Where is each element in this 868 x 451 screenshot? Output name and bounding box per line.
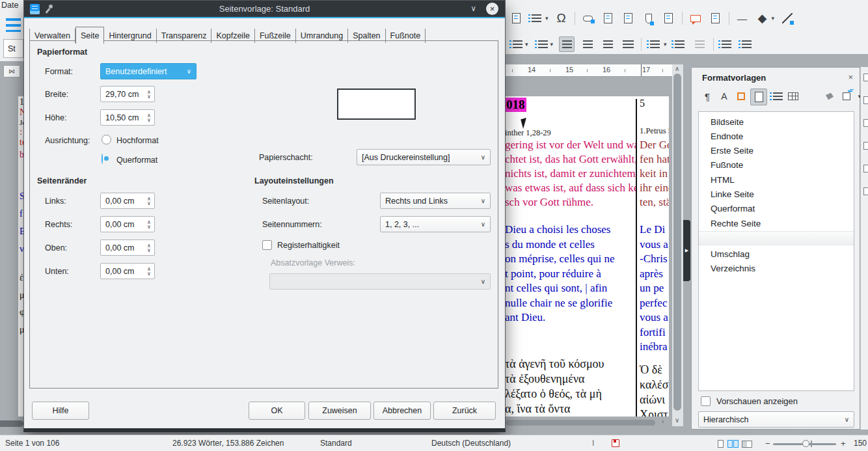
vertical-scrollbar-thumb[interactable]: [673, 74, 681, 411]
bullet-list-icon[interactable]: [509, 37, 523, 51]
fill-format-mode-icon[interactable]: [822, 89, 837, 104]
tab-spalten[interactable]: Spalten: [348, 29, 385, 43]
style-item[interactable]: Umschlag: [699, 247, 854, 262]
insert-endnote-icon[interactable]: [621, 11, 636, 25]
freeform-line-icon[interactable]: [780, 11, 794, 25]
align-center-icon[interactable]: [580, 37, 595, 51]
document-page[interactable]: 018 inther 1,28-29 gering ist vor der We…: [504, 96, 669, 417]
margin-top-spinner[interactable]: 0,00 cm ∧∨: [100, 239, 155, 256]
table-styles-icon[interactable]: [785, 89, 801, 104]
width-spinner[interactable]: 29,70 cm ∧∨: [100, 86, 155, 102]
margin-bottom-spinner[interactable]: 0,00 cm ∧∨: [100, 263, 155, 279]
zoom-percentage[interactable]: 150: [854, 439, 867, 448]
statusbar-word-count[interactable]: 26.923 Wörter, 153.886 Zeichen: [172, 439, 284, 448]
frame-styles-icon[interactable]: [733, 89, 749, 104]
close-icon[interactable]: ×: [848, 72, 853, 82]
spinner-arrows[interactable]: ∧∨: [144, 90, 154, 99]
scroll-down-icon[interactable]: ∨: [675, 417, 679, 424]
page-styles-icon[interactable]: [750, 89, 767, 105]
insert-section-icon[interactable]: [529, 11, 543, 25]
height-spinner[interactable]: 10,50 cm ∧∨: [100, 109, 155, 126]
insert-hyperlink-icon[interactable]: [581, 11, 595, 25]
pin-icon[interactable]: [46, 5, 54, 13]
align-left-icon[interactable]: [559, 36, 575, 52]
sidebar-deck-icon[interactable]: [863, 119, 868, 127]
style-filter-dropdown[interactable]: Hierarchisch ∨: [698, 411, 854, 428]
help-button[interactable]: Hilfe: [32, 402, 89, 420]
insert-crossreference-icon[interactable]: [662, 11, 676, 25]
numbered-list-dropdown-icon[interactable]: ▾: [550, 41, 554, 48]
insert-bookmark-icon[interactable]: [642, 11, 656, 25]
ok-button[interactable]: OK: [249, 402, 305, 420]
character-styles-icon[interactable]: A: [716, 89, 732, 104]
spinner-arrows[interactable]: ∧∨: [144, 267, 154, 276]
zoom-in-icon[interactable]: +: [841, 439, 846, 448]
special-character-icon[interactable]: Ω: [554, 11, 569, 25]
paragraph-style-combo-fragment[interactable]: St: [3, 39, 23, 58]
sidebar-deck-icon[interactable]: [863, 142, 868, 150]
zoom-slider-knob[interactable]: [802, 440, 809, 447]
spinner-arrows[interactable]: ∧∨: [144, 243, 154, 253]
tab-fussnote[interactable]: Fußnote: [386, 29, 426, 43]
paragraph-spacing-increase-icon[interactable]: [673, 37, 687, 51]
line-spacing-dropdown-icon[interactable]: ▾: [664, 41, 667, 48]
style-item[interactable]: Linke Seite: [699, 187, 854, 202]
paragraph-spacing-decrease-icon[interactable]: [693, 37, 707, 51]
bullet-list-dropdown-icon[interactable]: ▾: [525, 41, 528, 48]
paragraph-styles-icon[interactable]: ¶: [699, 89, 715, 104]
spinner-arrows[interactable]: ∧∨: [144, 113, 154, 122]
tab-kopfzeile[interactable]: Kopfzeile: [211, 29, 254, 43]
style-item[interactable]: Rechte Seite: [699, 217, 854, 231]
register-true-checkbox[interactable]: [262, 240, 272, 250]
menu-datei-fragment[interactable]: Date: [1, 1, 18, 10]
section-dropdown-icon[interactable]: ▾: [545, 15, 549, 21]
styles-list[interactable]: Bildseite Endnote Erste Seite Fußnote HT…: [698, 111, 854, 391]
sidebar-deck-icon[interactable]: [863, 165, 868, 172]
landscape-radio[interactable]: [102, 154, 103, 164]
style-item[interactable]: Querformat: [699, 202, 854, 216]
statusbar-page-count[interactable]: Seite 1 von 106: [5, 439, 59, 448]
tab-verwalten[interactable]: Verwalten: [29, 29, 75, 43]
tab-transparenz[interactable]: Transparenz: [157, 29, 212, 43]
insert-comment-icon[interactable]: [688, 11, 703, 25]
statusbar-page-style[interactable]: Standard: [320, 439, 352, 448]
justify-icon[interactable]: [621, 37, 635, 51]
style-item[interactable]: Fußnote: [699, 158, 854, 172]
single-page-view-icon[interactable]: [718, 440, 724, 448]
tab-fusszeile[interactable]: Fußzeile: [255, 29, 296, 43]
book-view-icon[interactable]: [742, 441, 752, 448]
sidebar-deck-icon[interactable]: [863, 74, 868, 81]
align-right-icon[interactable]: [601, 37, 615, 51]
ruler-column-marker[interactable]: [641, 64, 642, 76]
scroll-up-icon[interactable]: ∧: [675, 65, 679, 72]
list-styles-icon[interactable]: [768, 89, 784, 104]
style-item[interactable]: Verzeichnis: [699, 262, 854, 276]
tab-umrandung[interactable]: Umrandung: [296, 29, 348, 43]
tab-seite[interactable]: Seite: [75, 27, 105, 44]
numbered-list-icon[interactable]: [534, 37, 549, 51]
margin-right-spinner[interactable]: 0,00 cm ∧∨: [100, 216, 155, 232]
multi-page-view-icon[interactable]: [727, 440, 739, 448]
unsaved-changes-icon[interactable]: [612, 439, 619, 447]
tab-hintergrund[interactable]: Hintergrund: [104, 29, 156, 43]
increase-indent-icon[interactable]: [720, 37, 734, 51]
sidebar-deck-icon[interactable]: [863, 96, 868, 104]
cancel-button[interactable]: Abbrechen: [373, 402, 431, 420]
insert-footnote-icon[interactable]: [601, 11, 616, 25]
tab-stop-selector-icon[interactable]: ⋈: [3, 65, 20, 77]
basic-shapes-icon[interactable]: ◆: [755, 11, 770, 25]
decrease-indent-icon[interactable]: [740, 37, 754, 51]
style-item[interactable]: Bildseite: [699, 115, 854, 130]
format-dropdown[interactable]: Benutzerdefiniert ∨: [100, 63, 197, 79]
horizontal-line-icon[interactable]: —: [735, 11, 750, 25]
statusbar-language[interactable]: Deutsch (Deutschland): [431, 439, 511, 448]
shapes-dropdown-icon[interactable]: ▾: [772, 15, 775, 21]
spinner-arrows[interactable]: ∧∨: [144, 220, 154, 229]
scroll-right-icon[interactable]: ›: [662, 418, 664, 425]
page-numbers-dropdown[interactable]: 1, 2, 3, ... ∨: [380, 216, 491, 232]
line-spacing-icon[interactable]: [647, 37, 662, 51]
portrait-radio[interactable]: [102, 135, 111, 144]
sidebar-deck-icon[interactable]: [863, 187, 868, 195]
reset-button[interactable]: Zurück: [433, 402, 496, 420]
reference-style-dropdown[interactable]: ∨: [269, 273, 491, 290]
